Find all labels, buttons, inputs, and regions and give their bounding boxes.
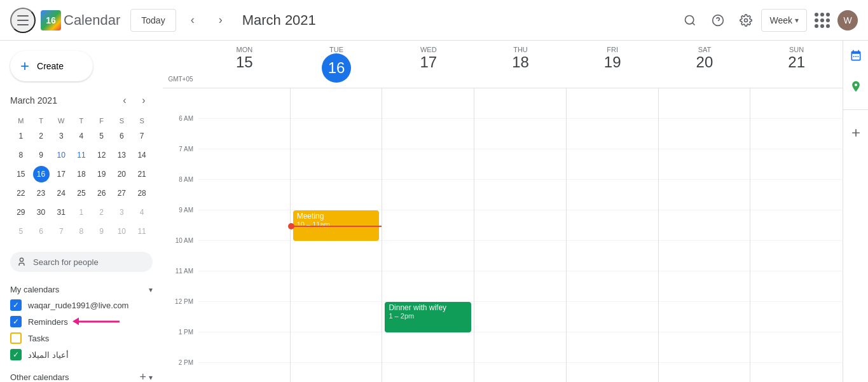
calendar-checkbox-reminders[interactable] xyxy=(10,316,22,327)
weekday-header: T xyxy=(72,116,91,126)
cal-day[interactable]: 11 xyxy=(132,222,151,240)
cal-day[interactable]: 26 xyxy=(92,184,111,202)
cal-day[interactable]: 22 xyxy=(11,184,31,202)
cal-day[interactable]: 19 xyxy=(92,165,111,183)
avatar[interactable]: W xyxy=(837,10,858,31)
cal-day[interactable]: 31 xyxy=(52,203,71,221)
cal-day[interactable]: 5 xyxy=(92,127,111,145)
cal-day[interactable]: 9 xyxy=(92,222,111,240)
cal-day[interactable]: 11 xyxy=(72,146,91,164)
search-icon xyxy=(684,14,696,27)
cal-day[interactable]: 1 xyxy=(72,203,91,221)
cal-day[interactable]: 4 xyxy=(72,127,91,145)
cal-day[interactable]: 6 xyxy=(113,127,132,145)
cal-day[interactable]: 15 xyxy=(11,165,31,183)
cal-day[interactable]: 13 xyxy=(113,146,132,164)
weekday-header: T xyxy=(32,116,51,126)
next-week-button[interactable]: › xyxy=(209,9,232,32)
calendar-checkbox-holidays[interactable] xyxy=(10,349,22,360)
sidebar: + Create March 2021 ‹ › M T W T xyxy=(0,41,163,382)
cal-day[interactable]: 20 xyxy=(113,165,132,183)
day-col-mon[interactable] xyxy=(198,88,291,382)
calendar-checkbox-tasks[interactable] xyxy=(10,332,22,344)
settings-button[interactable] xyxy=(733,8,759,33)
day-header-sun[interactable]: SUN 21 xyxy=(750,41,843,88)
days-grid: Meeting 10 – 11am Dinner w xyxy=(198,88,843,382)
day-header-mon[interactable]: MON 15 xyxy=(198,41,291,88)
cal-day[interactable]: 9 xyxy=(32,146,51,164)
cal-day[interactable]: 25 xyxy=(72,184,91,202)
my-calendars-header[interactable]: My calendars ▾ xyxy=(5,282,158,297)
cal-day[interactable]: 18 xyxy=(72,165,91,183)
search-people-icon xyxy=(18,257,28,267)
prev-week-button[interactable]: ‹ xyxy=(181,9,204,32)
day-header-sat[interactable]: SAT 20 xyxy=(659,41,751,88)
menu-button[interactable] xyxy=(10,8,36,33)
create-button[interactable]: + Create xyxy=(10,51,93,81)
other-calendars-header[interactable]: Other calendars + ▾ xyxy=(5,368,158,382)
event-dinner[interactable]: Dinner with wifey 1 – 2pm xyxy=(385,302,471,332)
calendar-item-tasks[interactable]: Tasks xyxy=(5,330,158,346)
cal-day-today[interactable]: 16 xyxy=(32,165,51,183)
cal-day[interactable]: 10 xyxy=(52,146,71,164)
cal-day[interactable]: 8 xyxy=(72,222,91,240)
day-header-thu[interactable]: THU 18 xyxy=(474,41,567,88)
cal-day[interactable]: 21 xyxy=(132,165,151,183)
day-col-sat[interactable] xyxy=(659,88,751,382)
cal-day[interactable]: 2 xyxy=(92,203,111,221)
add-other-calendar-button[interactable]: + xyxy=(139,371,146,382)
cal-day[interactable]: 29 xyxy=(11,203,31,221)
day-header-wed[interactable]: WED 17 xyxy=(382,41,474,88)
header-icons: Week ▾ W xyxy=(677,8,858,33)
event-title: Meeting xyxy=(297,212,376,221)
help-icon xyxy=(712,14,724,27)
other-calendars-section: Other calendars + ▾ xyxy=(0,368,163,382)
today-button[interactable]: Today xyxy=(130,9,176,32)
day-col-fri[interactable] xyxy=(567,88,659,382)
cal-day[interactable]: 3 xyxy=(52,127,71,145)
cal-day[interactable]: 30 xyxy=(32,203,51,221)
view-selector[interactable]: Week ▾ xyxy=(761,9,807,32)
cal-day[interactable]: 17 xyxy=(52,165,71,183)
settings-icon xyxy=(740,14,752,27)
mini-cal-prev[interactable]: ‹ xyxy=(116,92,134,109)
apps-button[interactable] xyxy=(809,8,835,33)
cal-day[interactable]: 2 xyxy=(32,127,51,145)
cal-day[interactable]: 10 xyxy=(113,222,132,240)
search-button[interactable] xyxy=(677,8,703,33)
calendar-item-main[interactable]: waqar_rude1991@live.com xyxy=(5,297,158,313)
right-sidebar-calendar-icon[interactable] xyxy=(846,46,866,66)
search-people[interactable]: Search for people xyxy=(10,252,153,272)
cal-day[interactable]: 14 xyxy=(132,146,151,164)
cal-day[interactable]: 28 xyxy=(132,184,151,202)
day-col-tue[interactable]: Meeting 10 – 11am xyxy=(291,88,383,382)
cal-day[interactable]: 7 xyxy=(132,127,151,145)
cal-day[interactable]: 8 xyxy=(11,146,31,164)
calendar-checkbox-main[interactable] xyxy=(10,299,22,311)
calendar-item-reminders[interactable]: Reminders xyxy=(5,313,158,330)
cal-day[interactable]: 7 xyxy=(52,222,71,240)
cal-day[interactable]: 24 xyxy=(52,184,71,202)
cal-day[interactable]: 3 xyxy=(113,203,132,221)
current-time-dot xyxy=(288,223,294,229)
day-header-tue[interactable]: TUE 16 xyxy=(291,41,383,88)
cal-day[interactable]: 23 xyxy=(32,184,51,202)
cal-day[interactable]: 1 xyxy=(11,127,31,145)
right-sidebar-marker-icon[interactable] xyxy=(846,76,866,97)
cal-day[interactable]: 5 xyxy=(11,222,31,240)
day-headers: GMT+05 MON 15 TUE 16 WED 17 THU 18 FRI xyxy=(163,41,843,88)
cal-day[interactable]: 27 xyxy=(113,184,132,202)
map-marker-icon xyxy=(850,80,862,93)
help-button[interactable] xyxy=(705,8,731,33)
app-name: Calendar xyxy=(64,12,120,29)
mini-cal-next[interactable]: › xyxy=(135,92,153,109)
cal-day[interactable]: 4 xyxy=(132,203,151,221)
cal-day[interactable]: 6 xyxy=(32,222,51,240)
day-col-sun[interactable] xyxy=(750,88,843,382)
cal-day[interactable]: 12 xyxy=(92,146,111,164)
day-col-thu[interactable] xyxy=(474,88,567,382)
day-header-fri[interactable]: FRI 19 xyxy=(567,41,659,88)
calendar-item-holidays[interactable]: أعياد الميلاد xyxy=(5,346,158,363)
day-col-wed[interactable]: Dinner with wifey 1 – 2pm xyxy=(382,88,474,382)
right-sidebar-add-icon[interactable] xyxy=(846,123,866,143)
